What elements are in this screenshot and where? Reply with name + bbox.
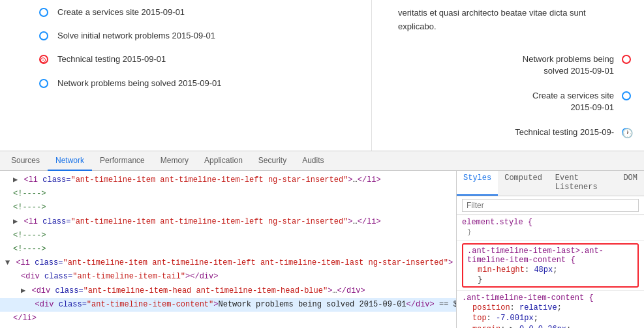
- ant-timeline-content-selector: .ant-timeline-item-content {: [462, 293, 639, 303]
- tab-security[interactable]: Security: [251, 151, 294, 171]
- styles-filter-container: [457, 196, 644, 215]
- highlighted-rule-box: .ant-timeline-item-last>.ant-timeline-it…: [462, 243, 639, 288]
- right-top-description: veritatis et quasi architecto beatae vit…: [385, 0, 631, 40]
- dom-line-comment-4: <!---->: [0, 243, 456, 256]
- dom-line-comment-2: <!---->: [0, 201, 456, 215]
- timeline-item-3: ⊙ Technical testing 2015-09-01: [39, 53, 358, 65]
- tab-memory[interactable]: Memory: [153, 151, 196, 171]
- ant-timeline-last-selector: .ant-timeline-item-last>.ant-timeline-it…: [467, 246, 634, 265]
- dom-line-comment-3: <!---->: [0, 229, 456, 243]
- element-style-section: element.style { }: [457, 215, 644, 241]
- right-timeline-item-3: Technical testing 2015-09- 🕐: [385, 127, 631, 138]
- arrow-expanded[interactable]: ▼: [5, 258, 10, 267]
- styles-tab-dom[interactable]: DOM: [617, 171, 644, 196]
- rule-position: position: relative;: [462, 303, 639, 313]
- devtools-toolbar: Sources Network Performance Memory Appli…: [0, 151, 644, 171]
- arrow-head[interactable]: ▶: [21, 286, 25, 295]
- tab-network[interactable]: Network: [48, 151, 92, 171]
- timeline-item-4: Network problems being solved 2015-09-01: [39, 78, 358, 89]
- timeline-dot-4: [39, 79, 48, 88]
- tab-application[interactable]: Application: [196, 151, 251, 171]
- tab-performance[interactable]: Performance: [92, 151, 153, 171]
- dom-line-close-li: </li>: [0, 312, 456, 325]
- timeline-item-1: Create a services site 2015-09-01: [39, 7, 358, 18]
- tab-audits[interactable]: Audits: [294, 151, 331, 171]
- left-preview-panel: Create a services site 2015-09-01 Solve …: [0, 0, 372, 151]
- rule-margin: margin: ▶ 0 0 0 26px;: [462, 323, 639, 328]
- timeline-item-2: Solve initial network problems 2015-09-0…: [39, 30, 358, 42]
- styles-tab-styles[interactable]: Styles: [457, 171, 498, 196]
- styles-tab-computed[interactable]: Computed: [498, 171, 549, 196]
- timeline-text-2: Solve initial network problems 2015-09-0…: [57, 30, 215, 42]
- dom-line-tail: <div class="ant-timeline-item-tail"></di…: [0, 270, 456, 284]
- timeline-dot-1: [39, 8, 48, 17]
- right-timeline-item-2: Create a services site2015-09-01: [385, 90, 631, 113]
- dom-line-li-expanded: ▼ <li class="ant-timeline-item ant-timel…: [0, 256, 456, 270]
- timeline-dot-2: [39, 31, 48, 40]
- timeline-text-4: Network problems being solved 2015-09-01: [57, 78, 221, 89]
- right-timeline-item-1: Network problems beingsolved 2015-09-01: [385, 53, 631, 77]
- styles-filter-input[interactable]: [462, 199, 639, 212]
- dom-line-4: ▶ <li class="ant-timeline-item ant-timel…: [0, 215, 456, 229]
- dom-line-content-selected[interactable]: <div class="ant-timeline-item-content">N…: [0, 298, 456, 312]
- timeline-dot-3: ⊙: [39, 55, 48, 64]
- styles-tabs: Styles Computed Event Listeners DOM: [457, 171, 644, 196]
- styles-panel: Styles Computed Event Listeners DOM elem…: [457, 171, 644, 328]
- dom-panel[interactable]: ▶ <li class="ant-timeline-item ant-timel…: [0, 171, 457, 328]
- devtools-main: ▶ <li class="ant-timeline-item ant-timel…: [0, 171, 644, 328]
- dom-line-comment-1: <!---->: [0, 187, 456, 201]
- arrow-4[interactable]: ▶: [13, 217, 18, 226]
- tab-sources[interactable]: Sources: [3, 151, 48, 171]
- ant-timeline-last-close: }: [467, 275, 634, 284]
- right-dot-1: [622, 55, 631, 64]
- ant-timeline-content-section: .ant-timeline-item-content { position: r…: [457, 291, 644, 328]
- ant-timeline-last-section: .ant-timeline-item-last>.ant-timeline-it…: [457, 241, 644, 291]
- dom-line-head: ▶ <div class="ant-timeline-item-head ant…: [0, 284, 456, 298]
- right-preview-panel: veritatis et quasi architecto beatae vit…: [372, 0, 644, 151]
- dom-line-comment-5: <!---->: [0, 325, 456, 328]
- rule-top: top: -7.001px;: [462, 313, 639, 323]
- right-text-1: Network problems beingsolved 2015-09-01: [523, 53, 614, 77]
- right-text-3: Technical testing 2015-09-: [515, 127, 614, 138]
- arrow-1[interactable]: ▶: [13, 175, 18, 185]
- right-text-2: Create a services site2015-09-01: [532, 90, 614, 113]
- element-style-selector: element.style {: [462, 218, 639, 227]
- timeline-text-3: Technical testing 2015-09-01: [57, 53, 166, 65]
- styles-tab-event-listeners[interactable]: Event Listeners: [549, 171, 617, 196]
- right-dot-2: [622, 91, 631, 100]
- right-dot-3: 🕐: [622, 128, 631, 137]
- dom-line-1: ▶ <li class="ant-timeline-item ant-timel…: [0, 173, 456, 187]
- ant-timeline-last-rule-1: min-height: 48px;: [467, 265, 634, 275]
- timeline-text-1: Create a services site 2015-09-01: [57, 7, 185, 18]
- element-style-close: }: [462, 227, 639, 237]
